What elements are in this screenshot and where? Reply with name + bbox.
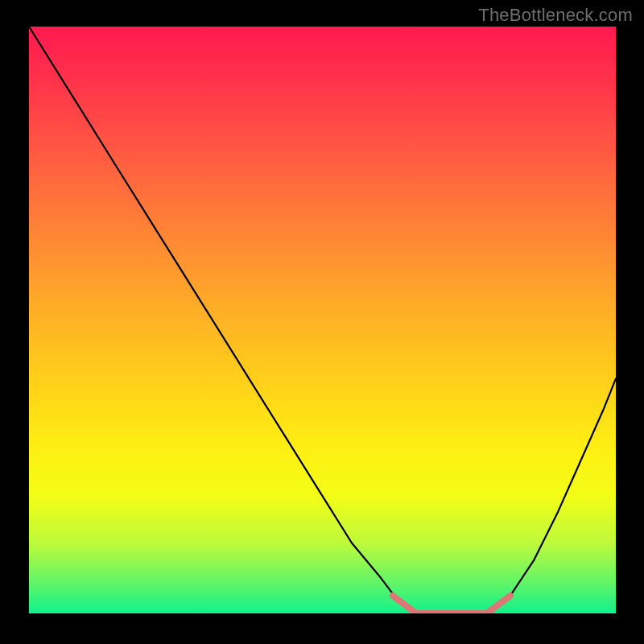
highlight-segment — [393, 596, 416, 613]
chart-frame: TheBottleneck.com — [0, 0, 644, 644]
attribution-label: TheBottleneck.com — [478, 5, 633, 26]
highlight-segment — [487, 596, 510, 613]
plot-area — [29, 27, 616, 613]
curve-layer — [29, 27, 616, 613]
bottleneck-curve — [29, 27, 616, 613]
highlight-segments — [393, 596, 510, 613]
